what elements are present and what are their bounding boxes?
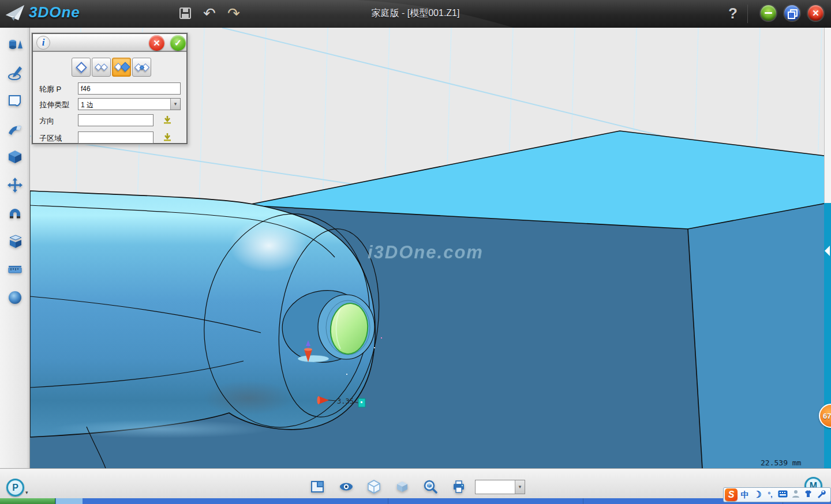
titlebar-separator bbox=[747, 5, 748, 23]
strip-separator bbox=[583, 498, 583, 504]
dialog-cancel-button[interactable]: ✕ bbox=[149, 35, 164, 51]
chevron-down-icon[interactable]: ▾ bbox=[515, 480, 525, 494]
extrude-mode-3-button[interactable] bbox=[112, 58, 131, 77]
sidebar-item-move[interactable] bbox=[7, 177, 23, 193]
p-badge-caret-icon[interactable]: ▾ bbox=[25, 490, 28, 495]
visibility-eye-button[interactable] bbox=[339, 479, 354, 494]
box-right-face[interactable] bbox=[688, 204, 824, 468]
properties-badge[interactable]: P bbox=[6, 479, 24, 497]
anchor-dot bbox=[361, 401, 362, 403]
ime-settings-wrench-icon[interactable] bbox=[815, 489, 826, 501]
extrude-mode-row bbox=[72, 58, 151, 77]
sidebar-item-sweep[interactable] bbox=[7, 121, 23, 137]
tool-sidebar bbox=[0, 28, 30, 468]
sidebar-item-sketch[interactable] bbox=[7, 65, 23, 81]
extrude-type-value: 1 边 bbox=[81, 100, 93, 110]
handle-ledge bbox=[298, 355, 329, 362]
ime-language-button[interactable]: 中 bbox=[739, 489, 750, 501]
bar-shadow bbox=[203, 381, 293, 415]
sidebar-item-combine[interactable] bbox=[7, 234, 23, 250]
extrude-type-label: 拉伸类型 bbox=[39, 100, 69, 110]
offset-cone-base bbox=[304, 348, 312, 351]
ime-moon-icon[interactable]: ☽ bbox=[752, 489, 763, 501]
sidebar-item-magnet[interactable] bbox=[7, 205, 23, 221]
extrude-mode-2-button[interactable] bbox=[92, 58, 111, 77]
wireframe-view-button[interactable] bbox=[366, 479, 381, 494]
ime-toolbar: S 中 ☽ °, bbox=[723, 487, 831, 502]
sidebar-item-solid-box[interactable] bbox=[7, 149, 23, 165]
direction-label: 方向 bbox=[39, 116, 54, 126]
extrude-mode-1-button[interactable] bbox=[72, 58, 91, 77]
bar-highlight bbox=[230, 219, 308, 272]
print-button[interactable] bbox=[451, 479, 466, 494]
gutter-scroll-strip[interactable] bbox=[824, 203, 831, 468]
extrude-dialog: i ✕ ✓ 轮廓 P f46 拉伸类型 1 边 ▾ 方向 子区域 bbox=[32, 33, 188, 144]
profile-input[interactable]: f46 bbox=[78, 82, 181, 95]
measurement-readout: 22.539 mm bbox=[761, 458, 802, 467]
ime-keyboard-icon[interactable] bbox=[777, 489, 788, 501]
sidebar-item-primitives[interactable] bbox=[7, 37, 23, 53]
extrude-type-select[interactable]: 1 边 ▾ bbox=[78, 98, 181, 110]
vertex-dot bbox=[346, 374, 347, 375]
direction-input[interactable] bbox=[78, 114, 154, 126]
viewport-layout-button[interactable] bbox=[310, 479, 325, 494]
zoom-view-button[interactable] bbox=[423, 479, 438, 494]
view-toolbar: P ▾ ▾ M bbox=[0, 468, 831, 498]
watermark: i3DOne.com bbox=[368, 242, 484, 262]
chevron-down-icon[interactable]: ▾ bbox=[170, 99, 180, 110]
bottom-edge-strip bbox=[0, 498, 831, 504]
dialog-confirm-button[interactable]: ✓ bbox=[170, 35, 186, 51]
subregion-input[interactable] bbox=[78, 131, 154, 144]
extrude-cone-base bbox=[317, 396, 320, 404]
shaded-view-button[interactable] bbox=[395, 479, 410, 494]
strip-separator bbox=[388, 498, 388, 504]
strip-light-segment bbox=[56, 498, 83, 504]
diamond-icon bbox=[76, 62, 87, 73]
extrude-mode-4-button[interactable] bbox=[132, 58, 151, 77]
help-button[interactable]: ? bbox=[725, 5, 741, 22]
info-icon: i bbox=[36, 36, 50, 50]
title-bar: 3DOne ↶ ↷ 家庭版 - [模型001.Z1] ? ✕ bbox=[0, 0, 831, 28]
dimension-value: 3.35 bbox=[337, 397, 354, 405]
dialog-header[interactable]: i ✕ ✓ bbox=[33, 34, 186, 52]
direction-pick-icon[interactable] bbox=[162, 115, 173, 125]
sidebar-item-measure[interactable] bbox=[7, 261, 23, 277]
gutter-top bbox=[824, 28, 831, 203]
subregion-pick-icon[interactable] bbox=[162, 132, 173, 142]
view-scale-dropdown[interactable]: ▾ bbox=[475, 480, 525, 494]
panel-collapse-arrow-icon[interactable] bbox=[825, 246, 830, 256]
diamond-icon bbox=[100, 63, 108, 71]
bar-reflection bbox=[52, 420, 271, 438]
right-panel-gutter bbox=[824, 28, 831, 468]
sidebar-item-sphere[interactable] bbox=[7, 289, 23, 306]
sogou-logo-icon[interactable]: S bbox=[725, 488, 738, 501]
profile-label: 轮廓 P bbox=[39, 84, 61, 95]
vertex-dot bbox=[374, 347, 375, 348]
diamond-icon bbox=[121, 62, 130, 72]
window-title: 家庭版 - [模型001.Z1] bbox=[0, 7, 831, 20]
close-button[interactable]: ✕ bbox=[808, 5, 823, 21]
sidebar-item-sketch-plane[interactable] bbox=[7, 93, 23, 109]
restore-button[interactable] bbox=[784, 5, 800, 21]
ime-skin-icon[interactable] bbox=[803, 489, 814, 501]
ime-punctuation-button[interactable]: °, bbox=[765, 489, 776, 501]
minimize-button[interactable] bbox=[761, 5, 776, 21]
ime-user-icon[interactable] bbox=[790, 489, 801, 501]
community-badge-count: 67 bbox=[823, 412, 831, 420]
subregion-label: 子区域 bbox=[39, 133, 62, 144]
app-window: { "titlebar": { "brand": "3DOne", "title… bbox=[0, 0, 831, 504]
strip-green-segment bbox=[0, 498, 55, 504]
vertex-dot bbox=[381, 337, 382, 338]
